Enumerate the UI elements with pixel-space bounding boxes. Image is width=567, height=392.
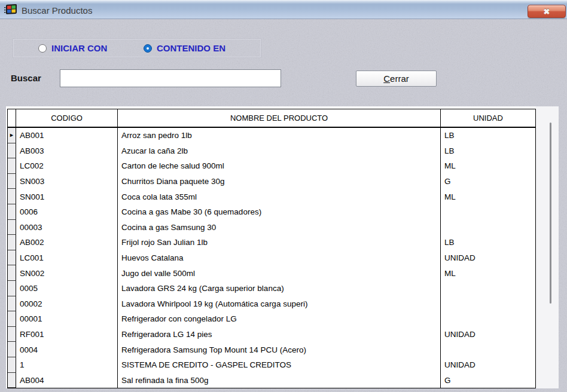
row-selector-cell[interactable] xyxy=(8,327,16,342)
cerrar-button[interactable]: Cerrar xyxy=(356,71,437,87)
cell-codigo[interactable]: 00003 xyxy=(16,220,118,235)
cell-nombre[interactable]: Refrigeradora Samsung Top Mount 14 PCU (… xyxy=(118,342,441,357)
cell-nombre[interactable]: Cocina a gas Mabe 30 (6 quemadores) xyxy=(118,204,441,220)
cell-unidad[interactable]: LB xyxy=(441,235,535,250)
cell-unidad[interactable] xyxy=(441,296,535,312)
table-row[interactable]: 00002 Lavadora Whirlpool 19 kg (Automáti… xyxy=(8,296,535,312)
search-input[interactable] xyxy=(60,69,281,87)
row-selector-cell[interactable] xyxy=(8,204,16,220)
cell-nombre[interactable]: Arroz san pedro 1lb xyxy=(118,128,441,143)
row-selector-cell[interactable] xyxy=(8,296,16,312)
cell-codigo[interactable]: 00001 xyxy=(16,311,118,327)
table-row[interactable]: 1 SISTEMA DE CREDITO - GASPEL CREDITOS U… xyxy=(8,357,535,373)
cell-codigo[interactable]: LC001 xyxy=(16,250,118,266)
cell-nombre[interactable]: Huevos Catalana xyxy=(118,250,441,266)
row-selector-cell[interactable] xyxy=(8,265,16,281)
row-selector-cell[interactable] xyxy=(8,143,16,159)
row-selector-cell[interactable] xyxy=(8,250,16,266)
radio-unselected-icon[interactable] xyxy=(38,44,47,53)
table-row[interactable]: 00001 Refrigerador con congelador LG xyxy=(8,311,535,327)
table-row[interactable]: 0006 Cocina a gas Mabe 30 (6 quemadores) xyxy=(8,204,535,220)
buscar-productos-window: Buscar Productos ✖ INICIAR CON xyxy=(0,0,567,392)
window-title: Buscar Productos xyxy=(22,5,92,16)
table-row[interactable]: AB003 Azucar la caña 2lb LB xyxy=(8,143,535,159)
cell-nombre[interactable]: Frijol rojo San Julian 1lb xyxy=(118,235,441,250)
row-selector-cell[interactable]: ► xyxy=(8,128,16,143)
row-selector-cell[interactable] xyxy=(8,373,16,388)
table-row[interactable]: AB002 Frijol rojo San Julian 1lb LB xyxy=(8,235,535,250)
row-selector-cell[interactable] xyxy=(8,311,16,327)
cell-nombre[interactable]: Cocina a gas Samsung 30 xyxy=(118,220,441,235)
table-row[interactable]: AB004 Sal refinada la fina 500g G xyxy=(8,373,535,388)
cell-nombre[interactable]: Carton de leche salud 900ml xyxy=(118,158,441,174)
table-row[interactable]: ► AB001 Arroz san pedro 1lb LB xyxy=(8,128,535,143)
cell-codigo[interactable]: 0005 xyxy=(16,281,118,296)
cell-unidad[interactable]: ML xyxy=(441,265,535,281)
row-selector-cell[interactable] xyxy=(8,220,16,235)
cell-codigo[interactable]: 1 xyxy=(16,357,118,373)
table-row[interactable]: 00003 Cocina a gas Samsung 30 xyxy=(8,220,535,235)
cell-unidad[interactable]: LB xyxy=(441,143,535,159)
cell-codigo[interactable]: AB004 xyxy=(16,373,118,388)
cell-unidad[interactable] xyxy=(441,281,535,296)
cell-nombre[interactable]: Azucar la caña 2lb xyxy=(118,143,441,159)
table-row[interactable]: 0005 Lavadora GRS 24 kg (Carga superior … xyxy=(8,281,535,296)
cell-codigo[interactable]: AB002 xyxy=(16,235,118,250)
cell-unidad[interactable]: UNIDAD xyxy=(441,357,535,373)
cell-unidad[interactable]: G xyxy=(441,174,535,189)
scrollbar-thumb[interactable] xyxy=(550,122,551,304)
table-row[interactable]: SN003 Churritos Diana paquete 30g G xyxy=(8,174,535,189)
row-selector-cell[interactable] xyxy=(8,357,16,373)
cell-codigo[interactable]: LC002 xyxy=(16,158,118,174)
cell-codigo[interactable]: RF001 xyxy=(16,327,118,342)
titlebar[interactable]: Buscar Productos ✖ xyxy=(0,0,567,19)
cell-unidad[interactable]: G xyxy=(441,373,535,388)
row-selector-cell[interactable] xyxy=(8,235,16,250)
cell-unidad[interactable]: LB xyxy=(441,128,535,143)
cell-unidad[interactable] xyxy=(441,204,535,220)
radio-option-iniciar-con[interactable]: INICIAR CON xyxy=(38,39,107,57)
cell-codigo[interactable]: AB001 xyxy=(16,128,118,143)
table-row[interactable]: SN002 Jugo del valle 500ml ML xyxy=(8,265,535,281)
cell-unidad[interactable]: UNIDAD xyxy=(441,250,535,266)
header-selector-cell xyxy=(8,109,16,127)
cell-unidad[interactable]: ML xyxy=(441,158,535,174)
table-row[interactable]: LC002 Carton de leche salud 900ml ML xyxy=(8,158,535,174)
cell-codigo[interactable]: SN003 xyxy=(16,174,118,189)
vertical-scrollbar[interactable] xyxy=(536,106,559,388)
cell-nombre[interactable]: Lavadora Whirlpool 19 kg (Automática car… xyxy=(118,296,441,312)
row-selector-cell[interactable] xyxy=(8,342,16,357)
cell-nombre[interactable]: Coca cola lata 355ml xyxy=(118,189,441,204)
row-selector-cell[interactable] xyxy=(8,281,16,296)
row-selector-cell[interactable] xyxy=(8,174,16,189)
cell-codigo[interactable]: 00002 xyxy=(16,296,118,312)
radio-selected-icon[interactable] xyxy=(144,44,152,53)
table-row[interactable]: LC001 Huevos Catalana UNIDAD xyxy=(8,250,535,266)
cell-nombre[interactable]: Jugo del valle 500ml xyxy=(118,265,441,281)
cell-nombre[interactable]: Refrigeradora LG 14 pies xyxy=(118,327,441,342)
cell-unidad[interactable] xyxy=(441,342,535,357)
table-header: CODIGO NOMBRE DEL PRODUCTO UNIDAD xyxy=(8,109,535,128)
table-row[interactable]: RF001 Refrigeradora LG 14 pies UNIDAD xyxy=(8,327,535,342)
cell-unidad[interactable] xyxy=(441,311,535,327)
cell-nombre[interactable]: Lavadora GRS 24 kg (Carga superior blanc… xyxy=(118,281,441,296)
cell-nombre[interactable]: Churritos Diana paquete 30g xyxy=(118,174,441,189)
cell-nombre[interactable]: SISTEMA DE CREDITO - GASPEL CREDITOS xyxy=(118,357,441,373)
cell-codigo[interactable]: 0004 xyxy=(16,342,118,357)
row-selector-cell[interactable] xyxy=(8,158,16,174)
table-row[interactable]: 0004 Refrigeradora Samsung Top Mount 14 … xyxy=(8,342,535,357)
cell-unidad[interactable]: ML xyxy=(441,189,535,204)
close-window-button[interactable]: ✖ xyxy=(528,5,566,18)
products-grid: CODIGO NOMBRE DEL PRODUCTO UNIDAD ► AB00… xyxy=(6,106,559,388)
cell-codigo[interactable]: SN001 xyxy=(16,189,118,204)
cell-unidad[interactable] xyxy=(441,220,535,235)
cell-codigo[interactable]: 0006 xyxy=(16,204,118,220)
cell-codigo[interactable]: SN002 xyxy=(16,265,118,281)
table-row[interactable]: SN001 Coca cola lata 355ml ML xyxy=(8,189,535,204)
cell-nombre[interactable]: Refrigerador con congelador LG xyxy=(118,311,441,327)
cell-codigo[interactable]: AB003 xyxy=(16,143,118,159)
row-selector-cell[interactable] xyxy=(8,189,16,204)
radio-option-contenido-en[interactable]: CONTENIDO EN xyxy=(144,39,225,57)
cell-nombre[interactable]: Sal refinada la fina 500g xyxy=(118,373,441,388)
cell-unidad[interactable]: UNIDAD xyxy=(441,327,535,342)
